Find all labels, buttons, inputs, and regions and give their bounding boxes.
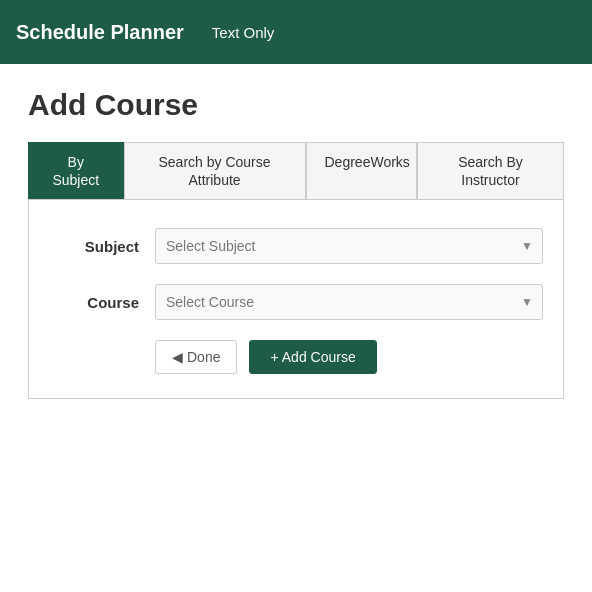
- tab-bar: By Subject Search by Course Attribute De…: [28, 142, 564, 200]
- tab-by-subject[interactable]: By Subject: [28, 142, 124, 199]
- subject-select-wrapper: Select Subject ▼: [155, 228, 543, 264]
- course-label: Course: [49, 294, 139, 311]
- done-icon: ◀: [172, 349, 183, 365]
- done-button[interactable]: ◀ Done: [155, 340, 237, 374]
- app-title: Schedule Planner: [16, 21, 184, 44]
- app-header: Schedule Planner Text Only: [0, 0, 592, 64]
- buttons-row: ◀ Done + Add Course: [49, 340, 543, 374]
- form-panel: Subject Select Subject ▼ Course Select C…: [28, 200, 564, 399]
- course-select-wrapper: Select Course ▼: [155, 284, 543, 320]
- subject-row: Subject Select Subject ▼: [49, 228, 543, 264]
- text-only-button[interactable]: Text Only: [204, 20, 283, 45]
- done-label: Done: [187, 349, 220, 365]
- subject-select[interactable]: Select Subject: [155, 228, 543, 264]
- subject-label: Subject: [49, 238, 139, 255]
- tab-degree-works[interactable]: DegreeWorks: [306, 142, 417, 199]
- course-select[interactable]: Select Course: [155, 284, 543, 320]
- main-content: Add Course By Subject Search by Course A…: [0, 64, 592, 423]
- course-row: Course Select Course ▼: [49, 284, 543, 320]
- tab-by-course-attribute[interactable]: Search by Course Attribute: [124, 142, 306, 199]
- page-title: Add Course: [28, 88, 564, 122]
- tab-by-instructor[interactable]: Search By Instructor: [417, 142, 564, 199]
- add-course-button[interactable]: + Add Course: [249, 340, 376, 374]
